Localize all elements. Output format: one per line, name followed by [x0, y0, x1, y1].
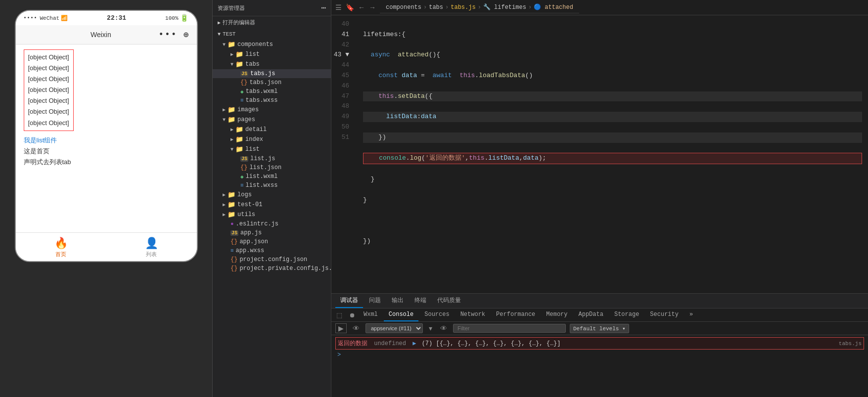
hamburger-menu-icon[interactable]: ☰	[335, 3, 342, 11]
tree-utils[interactable]: ▶ 📁 utils	[213, 210, 331, 220]
tree-project-private[interactable]: {} project.private.config.js...	[213, 264, 331, 273]
file-label-app-json: app.json	[239, 238, 268, 245]
subtab-security[interactable]: Security	[645, 309, 684, 321]
file-label-app-wxss: app.wxss	[236, 247, 265, 254]
tab-debugger[interactable]: 调试器	[335, 294, 363, 308]
code-line-48: }	[363, 195, 862, 206]
chevron-right-icon: ▶	[223, 107, 226, 113]
console-toggle-btn[interactable]: ⬚	[334, 310, 344, 320]
default-levels-selector[interactable]: Default levels ▾	[570, 324, 629, 333]
subtab-network[interactable]: Network	[456, 309, 490, 321]
test-section-header[interactable]: ▼ TEST	[213, 29, 331, 40]
file-label-index: index	[245, 136, 263, 143]
js-file-icon: JS	[240, 156, 248, 162]
subtab-wxml[interactable]: Wxml	[359, 309, 383, 321]
tab-issues[interactable]: 问题	[364, 294, 386, 308]
console-exec-icon[interactable]: ▶	[335, 323, 347, 333]
tree-tabs-wxss[interactable]: ≡ tabs.wxss	[213, 96, 331, 105]
console-record-btn[interactable]: ⏺	[347, 310, 358, 320]
phone-title-bar: Weixin ••• ⊕	[16, 25, 197, 44]
tree-list-folder[interactable]: ▶ 📁 list	[213, 49, 331, 59]
file-tree: ▼ 📁 components ▶ 📁 list ▼ 📁 tabs JS tabs…	[213, 40, 331, 397]
open-editors-section[interactable]: ▶ 打开的编辑器	[213, 16, 331, 29]
tree-tabs-folder[interactable]: ▼ 📁 tabs	[213, 59, 331, 69]
clock-display: 22:31	[107, 14, 126, 22]
back-icon[interactable]: ←	[358, 3, 365, 11]
tree-pages-list[interactable]: ▼ 📁 list	[213, 144, 331, 154]
subtab-storage[interactable]: Storage	[609, 309, 644, 321]
tab-output[interactable]: 输出	[387, 294, 409, 308]
breadcrumb-sep-1: ›	[423, 4, 427, 11]
wxss-file-icon: ≡	[240, 97, 244, 103]
tree-detail[interactable]: ▶ 📁 detail	[213, 125, 331, 134]
tree-tabs-wxml[interactable]: ◈ tabs.wxml	[213, 87, 331, 96]
line-numbers: 40 41 42 43 ▼ 44 45 46 47 48 49 50 51	[331, 15, 357, 293]
folder-icon: 📁	[235, 145, 243, 153]
file-label-list-wxss: list.wxss	[246, 182, 278, 189]
phone-tab-list[interactable]: 👤 列表	[106, 233, 197, 261]
tree-logs[interactable]: ▶ 📁 logs	[213, 190, 331, 200]
tree-eslintrc[interactable]: ● .eslintrc.js	[213, 220, 331, 228]
editor-area: ☰ 🔖 ← → components › tabs › tabs.js › 🔧 …	[331, 0, 868, 397]
folder-icon: 📁	[235, 50, 243, 58]
subtab-performance[interactable]: Performance	[491, 309, 540, 321]
tree-index[interactable]: ▶ 📁 index	[213, 134, 331, 144]
tree-list-wxml[interactable]: ◈ list.wxml	[213, 172, 331, 181]
more-dots-icon[interactable]: •••	[158, 30, 177, 40]
tree-tabs-json[interactable]: {} tabs.json	[213, 78, 331, 87]
tree-app-wxss[interactable]: ≡ app.wxss	[213, 246, 331, 255]
tree-images[interactable]: ▶ 📁 images	[213, 105, 331, 115]
file-explorer: 资源管理器 ⋯ ▶ 打开的编辑器 ▼ TEST ▼ 📁 components ▶…	[213, 0, 331, 397]
subtab-appdata[interactable]: AppData	[574, 309, 608, 321]
subtab-more[interactable]: »	[685, 309, 698, 321]
log-arrow: ▶	[412, 340, 416, 347]
console-eye-icon[interactable]: 👁	[351, 323, 362, 333]
camera-icon[interactable]: ⊕	[183, 29, 189, 40]
wxss-file-icon: ≡	[230, 248, 234, 254]
folder-icon: 📁	[235, 135, 243, 143]
phone-tab-home[interactable]: 🔥 首页	[16, 233, 106, 261]
explorer-more-icon[interactable]: ⋯	[321, 3, 326, 13]
test-label: TEST	[223, 31, 235, 37]
tree-tabs-js[interactable]: JS tabs.js	[213, 69, 331, 78]
tree-list-js[interactable]: JS list.js	[213, 154, 331, 163]
console-prompt[interactable]: >	[335, 351, 864, 359]
tree-list-wxss[interactable]: ≡ list.wxss	[213, 181, 331, 190]
bookmark-icon[interactable]: 🔖	[346, 3, 354, 11]
code-content[interactable]: lifetimes:{ async attached(){ const data…	[357, 15, 868, 293]
js-file-icon: JS	[240, 71, 248, 77]
console-filter-input[interactable]	[453, 324, 566, 333]
tree-components[interactable]: ▼ 📁 components	[213, 40, 331, 49]
json-file-icon: {}	[230, 238, 237, 245]
breadcrumb-lifetimes: 🔧 lifetimes	[483, 3, 526, 11]
prompt-symbol: >	[337, 352, 341, 358]
tree-test01[interactable]: ▶ 📁 test-01	[213, 200, 331, 210]
json-file-icon: {}	[230, 256, 237, 263]
chevron-right-icon: ▶	[218, 20, 221, 26]
wifi-icon: 📶	[61, 15, 68, 21]
service-eye-icon[interactable]: 👁	[438, 323, 449, 333]
code-editor: 40 41 42 43 ▼ 44 45 46 47 48 49 50 51 li…	[331, 15, 868, 293]
tree-list-json[interactable]: {} list.json	[213, 163, 331, 172]
subtab-memory[interactable]: Memory	[541, 309, 572, 321]
homepage-label: 这是首页	[24, 147, 189, 156]
service-dropdown-icon[interactable]: ▾	[427, 323, 434, 333]
tab-terminal[interactable]: 终端	[410, 294, 431, 308]
folder-icon: 📁	[228, 191, 235, 199]
home-tab-icon: 🔥	[54, 237, 68, 250]
object-item-1: [object Object]	[28, 52, 69, 63]
tree-app-js[interactable]: JS app.js	[213, 228, 331, 237]
tab-code-quality[interactable]: 代码质量	[432, 294, 466, 308]
code-line-41: async attached(){	[363, 50, 862, 60]
tree-app-json[interactable]: {} app.json	[213, 237, 331, 246]
signal-dots: ••••	[24, 15, 38, 21]
service-selector[interactable]: appservice (#11)	[365, 323, 423, 333]
line-41: 41	[331, 30, 353, 40]
breadcrumb-sep-2: ›	[445, 4, 449, 11]
subtab-console[interactable]: Console	[384, 309, 418, 321]
file-label-images: images	[237, 106, 259, 113]
forward-icon[interactable]: →	[369, 3, 376, 11]
tree-project-config[interactable]: {} project.config.json	[213, 255, 331, 264]
tree-pages[interactable]: ▼ 📁 pages	[213, 115, 331, 125]
subtab-sources[interactable]: Sources	[419, 309, 454, 321]
